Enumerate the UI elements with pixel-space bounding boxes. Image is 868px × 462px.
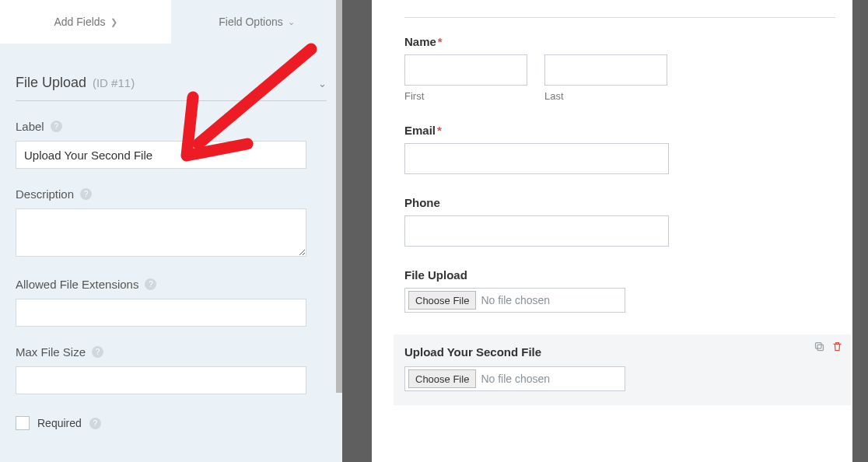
divider [404,17,835,18]
chevron-down-icon: ⌄ [288,17,295,27]
option-title: Required [37,417,82,429]
choose-file-button[interactable]: Choose File [408,369,476,388]
section-title: File Upload [16,75,86,90]
description-input[interactable] [16,208,306,257]
help-icon[interactable]: ? [80,188,92,200]
no-file-text: No file chosen [481,294,550,306]
svg-rect-1 [816,343,822,349]
field-label: Upload Your Second File [404,345,541,359]
help-icon[interactable]: ? [89,418,101,429]
field-label: Name [404,35,436,48]
panel-divider [342,0,372,462]
sidebar-panel: Add Fields ❯ Field Options ⌄ File Upload… [0,0,342,462]
preview-phone-field[interactable]: Phone [404,196,840,247]
field-label: Email [404,124,436,137]
option-title: Allowed File Extensions [16,278,138,291]
section-id: (ID #11) [93,76,135,89]
option-label: Label ? [16,120,327,169]
option-title: Max File Size [16,345,86,359]
extensions-input[interactable] [16,299,306,327]
sublabel: Last [544,90,667,102]
scrollbar[interactable] [336,0,342,393]
chevron-down-icon: ⌄ [318,78,327,89]
tab-label: Add Fields [54,16,105,28]
option-extensions: Allowed File Extensions ? [16,278,327,327]
file-input[interactable]: Choose File No file chosen [404,288,625,313]
panel-edge [852,0,868,462]
tab-add-fields[interactable]: Add Fields ❯ [0,0,171,44]
required-star: * [438,35,443,48]
form-preview: Name* First Last Email* [372,0,868,462]
section-header[interactable]: File Upload (ID #11) ⌄ [16,75,327,101]
required-star: * [437,124,442,137]
help-icon[interactable]: ? [92,346,103,358]
field-label: Phone [404,196,440,209]
email-input[interactable] [404,143,669,174]
chevron-right-icon: ❯ [110,17,117,27]
trash-icon[interactable] [831,341,843,355]
tab-label: Field Options [219,16,282,28]
maxsize-input[interactable] [16,366,306,394]
help-icon[interactable]: ? [145,278,156,290]
label-input[interactable] [16,141,306,169]
option-description: Description ? [16,187,327,259]
preview-file1-field[interactable]: File Upload Choose File No file chosen [404,268,840,313]
sublabel: First [404,90,527,102]
first-name-input[interactable] [404,54,527,86]
option-max-size: Max File Size ? [16,345,327,394]
option-required[interactable]: Required ? [16,416,327,430]
help-icon[interactable]: ? [51,121,62,132]
duplicate-icon[interactable] [814,341,825,355]
svg-rect-0 [817,345,824,351]
tab-field-options[interactable]: Field Options ⌄ [171,0,342,44]
choose-file-button[interactable]: Choose File [408,291,476,310]
preview-name-field[interactable]: Name* First Last [404,35,840,102]
option-title: Description [16,187,74,201]
preview-file2-field[interactable]: Upload Your Second File Choose File No f… [394,334,851,405]
last-name-input[interactable] [544,54,667,86]
sidebar-tabs: Add Fields ❯ Field Options ⌄ [0,0,342,44]
option-title: Label [16,120,44,133]
field-label: File Upload [404,268,467,282]
required-checkbox[interactable] [16,416,30,430]
no-file-text: No file chosen [481,373,550,385]
file-input[interactable]: Choose File No file chosen [404,366,625,391]
phone-input[interactable] [404,215,669,247]
preview-email-field[interactable]: Email* [404,124,840,174]
